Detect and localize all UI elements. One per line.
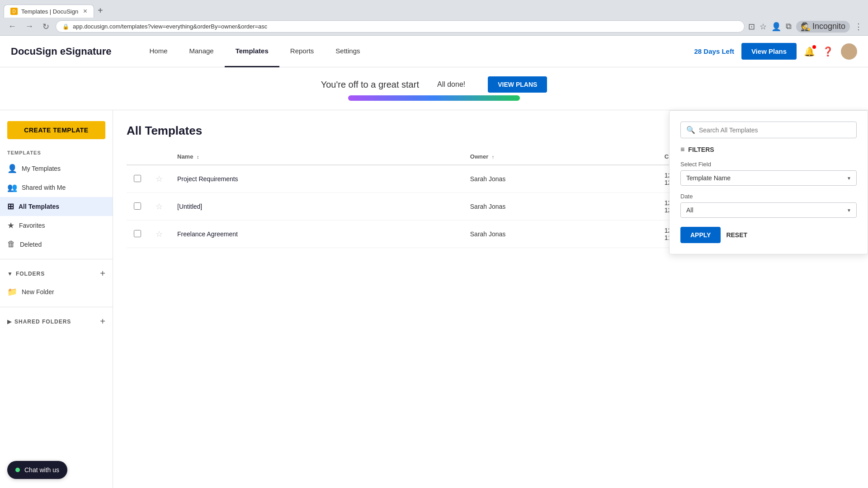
- sidebar-item-shared-with-me-label: Shared with Me: [22, 184, 66, 191]
- row3-name[interactable]: Freelance Agreement: [177, 230, 238, 238]
- browser-chrome: D Templates | DocuSign × + ← → ↻ 🔒 app.d…: [0, 0, 868, 36]
- chat-label: Chat with us: [24, 466, 59, 474]
- extensions-icon[interactable]: ⧉: [786, 22, 792, 31]
- search-input[interactable]: [699, 127, 851, 134]
- nav-home[interactable]: Home: [138, 36, 178, 67]
- sidebar-item-shared-with-me[interactable]: 👥 Shared with Me: [0, 178, 113, 197]
- lock-icon: 🔒: [62, 23, 69, 30]
- help-icon[interactable]: ❓: [822, 46, 834, 57]
- filter-panel: 🔍 ≡ FILTERS Select Field Template Name O…: [669, 110, 868, 254]
- sidebar-item-all-templates[interactable]: ⊞ All Templates: [0, 197, 113, 216]
- browser-toolbar: ← → ↻ 🔒 app.docusign.com/templates?view=…: [0, 18, 868, 35]
- view-plans-button[interactable]: View Plans: [741, 43, 797, 60]
- top-nav: DocuSign eSignature Home Manage Template…: [0, 36, 868, 67]
- sidebar-item-new-folder-label: New Folder: [22, 288, 54, 296]
- folders-title[interactable]: ▼ FOLDERS: [7, 271, 45, 277]
- search-box: 🔍: [680, 122, 857, 138]
- user-avatar[interactable]: [841, 43, 857, 60]
- date-label: Date: [680, 193, 857, 200]
- col-name-label: Name: [177, 153, 193, 160]
- reset-button[interactable]: RESET: [726, 227, 747, 243]
- select-field-label: Select Field: [680, 161, 857, 168]
- add-shared-folder-button[interactable]: +: [100, 316, 105, 327]
- row3-checkbox[interactable]: [134, 230, 141, 237]
- profile-icon[interactable]: 👤: [771, 22, 781, 32]
- row3-owner-cell: Sarah Jonas: [463, 221, 657, 248]
- browser-actions: ⊡ ☆ 👤 ⧉ 🕵 Incognito ⋮: [748, 21, 863, 33]
- incognito-label: Incognito: [812, 22, 845, 31]
- forward-button[interactable]: →: [23, 21, 36, 32]
- nav-templates[interactable]: Templates: [225, 36, 279, 67]
- col-name-sort-icon: ↕: [197, 154, 199, 160]
- back-button[interactable]: ←: [5, 21, 19, 32]
- filter-label: FILTERS: [688, 146, 714, 153]
- row1-star-icon[interactable]: ☆: [156, 174, 163, 183]
- row2-checkbox[interactable]: [134, 202, 141, 210]
- refresh-button[interactable]: ↻: [40, 21, 52, 33]
- row3-star-icon[interactable]: ☆: [156, 230, 163, 239]
- row2-owner-cell: Sarah Jonas: [463, 193, 657, 221]
- select-field-group: Select Field Template Name Owner Created…: [680, 161, 857, 186]
- sidebar: CREATE TEMPLATE TEMPLATES 👤 My Templates…: [0, 110, 113, 488]
- sidebar-item-deleted-label: Deleted: [20, 241, 42, 248]
- address-bar[interactable]: 🔒 app.docusign.com/templates?view=everyt…: [56, 20, 745, 33]
- date-wrapper: All Today Last 7 Days Last 30 Days Custo…: [680, 202, 857, 218]
- tab-close-button[interactable]: ×: [83, 8, 87, 15]
- sidebar-item-new-folder[interactable]: 📁 New Folder: [0, 282, 113, 301]
- sidebar-item-all-templates-label: All Templates: [19, 203, 59, 210]
- row2-star-icon[interactable]: ☆: [156, 202, 163, 211]
- nav-manage[interactable]: Manage: [179, 36, 225, 67]
- tab-favicon: D: [10, 8, 18, 15]
- shared-folders-collapse-icon: ▶: [7, 319, 12, 325]
- search-icon: 🔍: [686, 126, 695, 134]
- banner-view-plans-button[interactable]: VIEW PLANS: [488, 76, 547, 93]
- favorites-icon: ★: [7, 221, 14, 230]
- col-owner-sort-icon: ↑: [492, 154, 495, 160]
- folders-collapse-icon: ▼: [7, 271, 13, 277]
- row1-name[interactable]: Project Requirements: [177, 175, 238, 183]
- tab-title: Templates | DocuSign: [21, 8, 78, 15]
- filter-icon: ≡: [680, 145, 684, 154]
- shared-folders-title[interactable]: ▶ SHARED FOLDERS: [7, 319, 71, 325]
- cast-icon[interactable]: ⊡: [748, 22, 755, 32]
- filter-actions: APPLY RESET: [680, 227, 857, 243]
- col-owner[interactable]: Owner ↑: [463, 149, 657, 165]
- days-left-label[interactable]: 28 Days Left: [694, 47, 734, 55]
- date-dropdown[interactable]: All Today Last 7 Days Last 30 Days Custo…: [680, 202, 857, 218]
- add-folder-button[interactable]: +: [100, 268, 105, 279]
- col-name[interactable]: Name ↕: [170, 149, 463, 165]
- row2-name-cell: [Untitled]: [170, 193, 463, 221]
- nav-right: 28 Days Left View Plans 🔔 ❓: [694, 43, 857, 60]
- row2-star-cell: ☆: [148, 193, 170, 221]
- nav-reports[interactable]: Reports: [279, 36, 325, 67]
- menu-icon[interactable]: ⋮: [854, 22, 863, 32]
- bookmark-icon[interactable]: ☆: [760, 22, 767, 32]
- chat-bubble[interactable]: Chat with us: [7, 461, 67, 479]
- app-wrapper: DocuSign eSignature Home Manage Template…: [0, 36, 868, 488]
- create-template-button[interactable]: CREATE TEMPLATE: [7, 121, 105, 139]
- row1-owner: Sarah Jonas: [470, 175, 506, 183]
- date-group: Date All Today Last 7 Days Last 30 Days …: [680, 193, 857, 218]
- sidebar-item-my-templates[interactable]: 👤 My Templates: [0, 159, 113, 178]
- notification-icon[interactable]: 🔔: [804, 46, 815, 57]
- row3-checkbox-cell: [127, 221, 148, 248]
- sidebar-item-deleted[interactable]: 🗑 Deleted: [0, 235, 113, 253]
- incognito-badge: 🕵 Incognito: [796, 21, 850, 33]
- my-templates-icon: 👤: [7, 164, 17, 174]
- banner-done-text: All done!: [437, 80, 465, 89]
- sidebar-item-favorites[interactable]: ★ Favorites: [0, 216, 113, 235]
- sidebar-section-title: TEMPLATES: [0, 150, 113, 159]
- apply-button[interactable]: APPLY: [680, 227, 721, 243]
- active-tab[interactable]: D Templates | DocuSign ×: [4, 5, 94, 18]
- all-templates-icon: ⊞: [7, 202, 14, 211]
- row1-name-cell: Project Requirements: [170, 165, 463, 193]
- new-tab-button[interactable]: +: [94, 4, 107, 18]
- sidebar-item-my-templates-label: My Templates: [22, 165, 61, 172]
- select-field-dropdown[interactable]: Template Name Owner Created Date: [680, 170, 857, 186]
- logo: DocuSign eSignature: [11, 46, 111, 57]
- nav-settings[interactable]: Settings: [325, 36, 371, 67]
- row2-name[interactable]: [Untitled]: [177, 203, 202, 210]
- banner: You're off to a great start All done! VI…: [0, 67, 868, 110]
- sidebar-divider-1: [0, 259, 113, 259]
- row1-checkbox[interactable]: [134, 175, 141, 182]
